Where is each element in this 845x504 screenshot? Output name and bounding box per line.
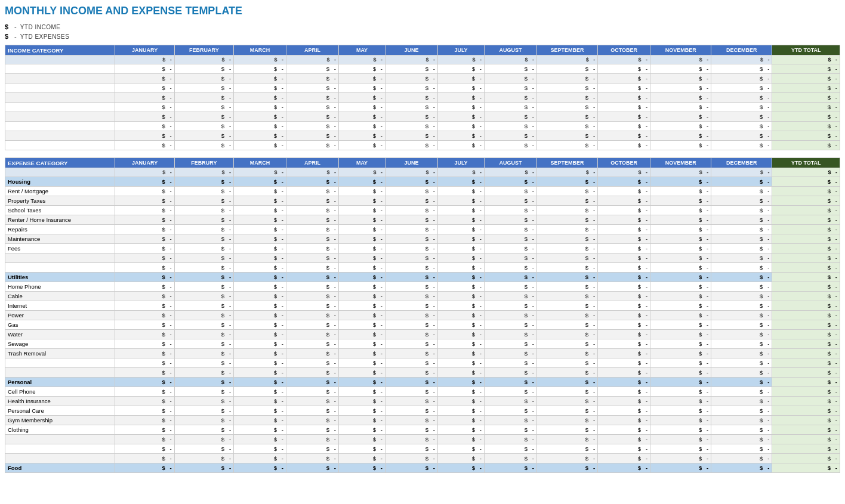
- income-month-cell[interactable]: $ -: [234, 103, 286, 112]
- expense-month-cell[interactable]: $ -: [115, 234, 174, 244]
- expense-month-cell[interactable]: $ -: [438, 444, 485, 454]
- expense-month-cell[interactable]: $ -: [650, 253, 711, 263]
- expense-month-cell[interactable]: $ -: [650, 301, 711, 311]
- income-month-cell[interactable]: $ -: [234, 93, 286, 103]
- income-month-cell[interactable]: $ -: [286, 103, 339, 112]
- expense-month-cell[interactable]: $ -: [711, 187, 772, 196]
- expense-month-cell[interactable]: $ -: [286, 196, 339, 206]
- income-month-cell[interactable]: $ -: [537, 64, 598, 74]
- income-month-cell[interactable]: $ -: [711, 74, 772, 84]
- expense-ytd-cell[interactable]: $ -: [772, 387, 840, 397]
- expense-month-cell[interactable]: $ -: [115, 444, 174, 454]
- income-month-cell[interactable]: $ -: [286, 112, 339, 122]
- expense-month-cell[interactable]: $ -: [598, 215, 650, 225]
- expense-month-cell[interactable]: $ -: [234, 196, 286, 206]
- expense-month-cell[interactable]: $ -: [234, 311, 286, 320]
- expense-month-cell[interactable]: $ -: [286, 282, 339, 292]
- expense-ytd-cell[interactable]: $ -: [772, 234, 840, 244]
- expense-month-cell[interactable]: $ -: [386, 282, 438, 292]
- expense-month-cell[interactable]: $ -: [537, 187, 598, 196]
- expense-month-cell[interactable]: $ -: [234, 330, 286, 339]
- expense-month-cell[interactable]: $ -: [537, 387, 598, 397]
- expense-month-cell[interactable]: $ -: [339, 444, 386, 454]
- expense-ytd-cell[interactable]: $ -: [772, 435, 840, 444]
- expense-month-cell[interactable]: $ -: [286, 368, 339, 378]
- expense-month-cell[interactable]: $ -: [598, 196, 650, 206]
- expense-ytd-cell[interactable]: $ -: [772, 301, 840, 311]
- expense-month-cell[interactable]: $ -: [598, 244, 650, 253]
- expense-month-cell[interactable]: $ -: [234, 444, 286, 454]
- income-ytd-cell[interactable]: $ -: [772, 131, 840, 141]
- income-month-cell[interactable]: $ -: [598, 122, 650, 131]
- expense-month-cell[interactable]: $ -: [711, 234, 772, 244]
- expense-month-cell[interactable]: $ -: [598, 263, 650, 273]
- income-month-cell[interactable]: $ -: [234, 141, 286, 150]
- expense-month-cell[interactable]: $ -: [115, 397, 174, 406]
- income-month-cell[interactable]: $ -: [711, 64, 772, 74]
- expense-month-cell[interactable]: $ -: [438, 358, 485, 368]
- expense-month-cell[interactable]: $ -: [174, 215, 233, 225]
- expense-month-cell[interactable]: $ -: [234, 397, 286, 406]
- expense-month-cell[interactable]: $ -: [386, 406, 438, 416]
- expense-month-cell[interactable]: $ -: [174, 435, 233, 444]
- expense-month-cell[interactable]: $ -: [286, 397, 339, 406]
- income-month-cell[interactable]: $ -: [115, 84, 174, 93]
- expense-month-cell[interactable]: $ -: [650, 339, 711, 349]
- income-month-cell[interactable]: $ -: [286, 84, 339, 93]
- income-month-cell[interactable]: $ -: [174, 93, 233, 103]
- expense-month-cell[interactable]: $ -: [537, 292, 598, 301]
- expense-ytd-cell[interactable]: $ -: [772, 397, 840, 406]
- expense-month-cell[interactable]: $ -: [438, 263, 485, 273]
- expense-ytd-cell[interactable]: $ -: [772, 406, 840, 416]
- expense-month-cell[interactable]: $ -: [438, 301, 485, 311]
- expense-category-cell[interactable]: Trash Removal: [5, 349, 115, 358]
- expense-month-cell[interactable]: $ -: [115, 187, 174, 196]
- expense-month-cell[interactable]: $ -: [711, 435, 772, 444]
- income-month-cell[interactable]: $ -: [174, 131, 233, 141]
- expense-month-cell[interactable]: $ -: [537, 368, 598, 378]
- income-month-cell[interactable]: $ -: [286, 141, 339, 150]
- expense-month-cell[interactable]: $ -: [485, 292, 537, 301]
- expense-month-cell[interactable]: $ -: [485, 234, 537, 244]
- income-month-cell[interactable]: $ -: [485, 103, 537, 112]
- expense-category-cell[interactable]: Cell Phone: [5, 387, 115, 397]
- expense-month-cell[interactable]: $ -: [339, 282, 386, 292]
- income-month-cell[interactable]: $ -: [711, 141, 772, 150]
- expense-month-cell[interactable]: $ -: [485, 196, 537, 206]
- expense-month-cell[interactable]: $ -: [339, 263, 386, 273]
- expense-month-cell[interactable]: $ -: [174, 311, 233, 320]
- expense-month-cell[interactable]: $ -: [174, 225, 233, 234]
- expense-month-cell[interactable]: $ -: [339, 292, 386, 301]
- income-month-cell[interactable]: $ -: [650, 112, 711, 122]
- income-month-cell[interactable]: $ -: [537, 131, 598, 141]
- expense-month-cell[interactable]: $ -: [598, 253, 650, 263]
- expense-month-cell[interactable]: $ -: [537, 349, 598, 358]
- expense-month-cell[interactable]: $ -: [339, 206, 386, 215]
- expense-month-cell[interactable]: $ -: [286, 263, 339, 273]
- expense-month-cell[interactable]: $ -: [711, 397, 772, 406]
- income-category-cell[interactable]: [5, 84, 115, 93]
- expense-month-cell[interactable]: $ -: [485, 339, 537, 349]
- expense-month-cell[interactable]: $ -: [234, 244, 286, 253]
- expense-month-cell[interactable]: $ -: [174, 425, 233, 435]
- expense-category-cell[interactable]: [5, 263, 115, 273]
- expense-month-cell[interactable]: $ -: [537, 244, 598, 253]
- expense-month-cell[interactable]: $ -: [485, 320, 537, 330]
- income-category-cell[interactable]: [5, 141, 115, 150]
- expense-month-cell[interactable]: $ -: [650, 368, 711, 378]
- expense-month-cell[interactable]: $ -: [650, 244, 711, 253]
- expense-month-cell[interactable]: $ -: [711, 282, 772, 292]
- expense-month-cell[interactable]: $ -: [438, 425, 485, 435]
- expense-month-cell[interactable]: $ -: [174, 416, 233, 425]
- expense-month-cell[interactable]: $ -: [650, 349, 711, 358]
- expense-month-cell[interactable]: $ -: [485, 215, 537, 225]
- expense-month-cell[interactable]: $ -: [438, 435, 485, 444]
- expense-month-cell[interactable]: $ -: [650, 454, 711, 463]
- expense-month-cell[interactable]: $ -: [234, 368, 286, 378]
- expense-month-cell[interactable]: $ -: [598, 234, 650, 244]
- income-month-cell[interactable]: $ -: [286, 122, 339, 131]
- expense-month-cell[interactable]: $ -: [650, 282, 711, 292]
- expense-month-cell[interactable]: $ -: [234, 349, 286, 358]
- expense-month-cell[interactable]: $ -: [339, 330, 386, 339]
- expense-ytd-cell[interactable]: $ -: [772, 196, 840, 206]
